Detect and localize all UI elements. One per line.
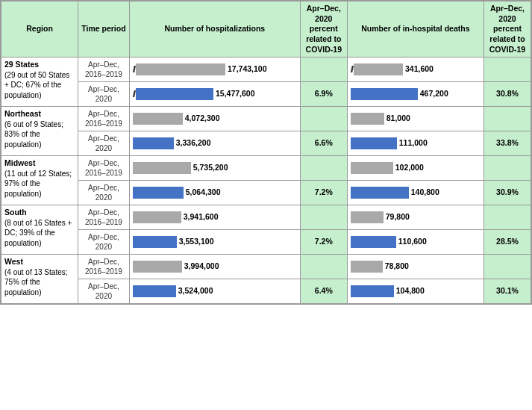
hosp-cell-1-0: 4,072,300: [129, 107, 300, 131]
pct2-cell-4-1: 30.1%: [484, 279, 531, 304]
table-row: South(8 out of 16 States + DC; 39% of th…: [1, 205, 531, 230]
table-row: Northeast(6 out of 9 States; 83% of the …: [1, 107, 531, 131]
col-header-pct2: Apr–Dec, 2020 percent related to COVID-1…: [484, 1, 531, 58]
hosp-cell-4-0: 3,994,000: [129, 255, 300, 279]
time-cell-3-0: Apr–Dec, 2016–2019: [78, 205, 130, 230]
time-cell-2-0: Apr–Dec, 2016–2019: [78, 156, 130, 181]
pct2-cell-3-0: [484, 205, 531, 230]
deaths-cell-4-0: 78,800: [347, 255, 484, 279]
deaths-cell-1-0: 81,000: [347, 107, 484, 131]
table-row: Apr–Dec, 2020 3,336,200 6.6% 111,000 33.…: [1, 131, 531, 156]
pct1-cell-1-0: [300, 107, 347, 131]
region-cell-2: Midwest(11 out of 12 States; 97% of the …: [1, 156, 78, 205]
region-cell-0: 29 States(29 out of 50 States + DC; 67% …: [1, 58, 78, 107]
table-row: West(4 out of 13 States; 75% of the popu…: [1, 255, 531, 279]
pct2-cell-1-1: 33.8%: [484, 131, 531, 156]
hosp-cell-4-1: 3,524,000: [129, 279, 300, 304]
hosp-cell-3-0: 3,941,600: [129, 205, 300, 230]
table-row: 29 States(29 out of 50 States + DC; 67% …: [1, 58, 531, 82]
time-cell-0-0: Apr–Dec, 2016–2019: [78, 58, 130, 82]
time-cell-0-1: Apr–Dec, 2020: [78, 82, 130, 107]
hosp-cell-3-1: 3,553,100: [129, 230, 300, 255]
col-header-deaths: Number of in-hospital deaths: [347, 1, 484, 58]
pct1-cell-0-0: [300, 58, 347, 82]
deaths-cell-2-1: 140,800: [347, 181, 484, 205]
deaths-cell-0-0: // 341,600: [347, 58, 484, 82]
time-cell-4-0: Apr–Dec, 2016–2019: [78, 255, 130, 279]
table-row: Apr–Dec, 2020 3,524,000 6.4% 104,800 30.…: [1, 279, 531, 304]
region-cell-3: South(8 out of 16 States + DC; 39% of th…: [1, 205, 78, 255]
table-row: Apr–Dec, 2020 3,553,100 7.2% 110,600 28.…: [1, 230, 531, 255]
pct1-cell-2-0: [300, 156, 347, 181]
pct2-cell-4-0: [484, 255, 531, 279]
time-cell-4-1: Apr–Dec, 2020: [78, 279, 130, 304]
pct2-cell-0-1: 30.8%: [484, 82, 531, 107]
col-header-time: Time period: [78, 1, 130, 58]
pct1-cell-4-1: 6.4%: [300, 279, 347, 304]
pct1-cell-1-1: 6.6%: [300, 131, 347, 156]
time-cell-2-1: Apr–Dec, 2020: [78, 181, 130, 205]
deaths-cell-2-0: 102,000: [347, 156, 484, 181]
pct1-cell-0-1: 6.9%: [300, 82, 347, 107]
hosp-cell-1-1: 3,336,200: [129, 131, 300, 156]
deaths-cell-1-1: 111,000: [347, 131, 484, 156]
region-cell-4: West(4 out of 13 States; 75% of the popu…: [1, 255, 78, 304]
hosp-cell-0-0: // 17,743,100: [129, 58, 300, 82]
col-header-hosp: Number of hospitalizations: [129, 1, 300, 58]
time-cell-3-1: Apr–Dec, 2020: [78, 230, 130, 255]
pct2-cell-2-0: [484, 156, 531, 181]
pct1-cell-3-0: [300, 205, 347, 230]
hosp-cell-2-1: 5,064,300: [129, 181, 300, 205]
col-header-region: Region: [1, 1, 78, 58]
deaths-cell-3-0: 79,800: [347, 205, 484, 230]
table-row: Apr–Dec, 2020 5,064,300 7.2% 140,800 30.…: [1, 181, 531, 205]
pct2-cell-0-0: [484, 58, 531, 82]
deaths-cell-4-1: 104,800: [347, 279, 484, 304]
data-table: Region Time period Number of hospitaliza…: [1, 1, 531, 304]
hosp-cell-2-0: 5,735,200: [129, 156, 300, 181]
pct2-cell-1-0: [484, 107, 531, 131]
pct2-cell-3-1: 28.5%: [484, 230, 531, 255]
time-cell-1-1: Apr–Dec, 2020: [78, 131, 130, 156]
pct1-cell-4-0: [300, 255, 347, 279]
deaths-cell-3-1: 110,600: [347, 230, 484, 255]
region-cell-1: Northeast(6 out of 9 States; 83% of the …: [1, 107, 78, 156]
table-row: Apr–Dec, 2020 // 15,477,600 6.9% 467,200…: [1, 82, 531, 107]
pct1-cell-3-1: 7.2%: [300, 230, 347, 255]
col-header-pct1: Apr–Dec, 2020 percent related to COVID-1…: [300, 1, 347, 58]
pct1-cell-2-1: 7.2%: [300, 181, 347, 205]
pct2-cell-2-1: 30.9%: [484, 181, 531, 205]
table-row: Midwest(11 out of 12 States; 97% of the …: [1, 156, 531, 181]
main-table-container: Region Time period Number of hospitaliza…: [0, 0, 532, 305]
time-cell-1-0: Apr–Dec, 2016–2019: [78, 107, 130, 131]
deaths-cell-0-1: 467,200: [347, 82, 484, 107]
hosp-cell-0-1: // 15,477,600: [129, 82, 300, 107]
